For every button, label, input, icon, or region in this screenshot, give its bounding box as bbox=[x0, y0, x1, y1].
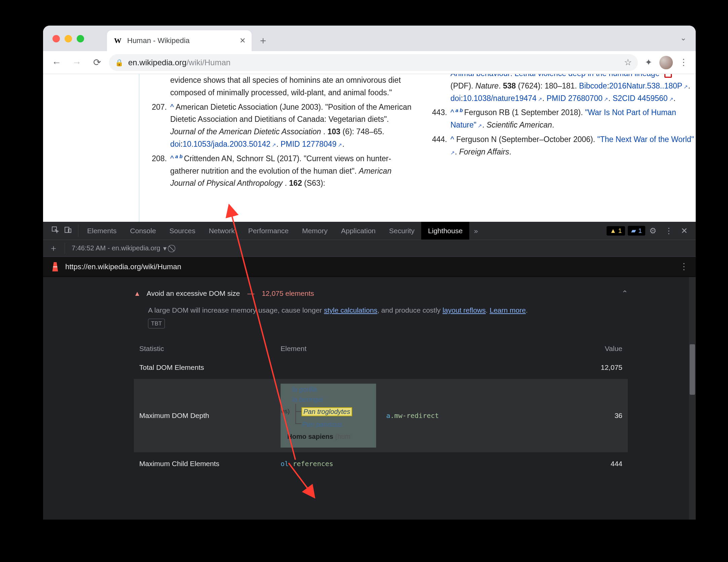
devtools-scrollbar[interactable] bbox=[689, 277, 696, 520]
warnings-count[interactable]: ▲ 1 bbox=[607, 226, 625, 236]
lighthouse-icon bbox=[50, 262, 60, 272]
devtools-tab-console[interactable]: Console bbox=[123, 222, 163, 240]
tab-close-icon[interactable]: ✕ bbox=[240, 36, 246, 45]
scrollbar-thumb[interactable] bbox=[690, 344, 695, 395]
doi-link[interactable]: doi bbox=[170, 140, 181, 148]
lighthouse-menu-icon[interactable]: ⋮ bbox=[680, 261, 688, 272]
element-selector[interactable]: ol.references bbox=[281, 460, 333, 468]
lock-icon[interactable]: 🔒 bbox=[115, 59, 123, 67]
audit-metric: 12,075 elements bbox=[262, 289, 314, 297]
s2cid-link[interactable]: S2CID bbox=[613, 94, 635, 103]
pmid-link[interactable]: PMID bbox=[547, 94, 566, 103]
reference-item: 444. ^ Ferguson N (September–October 200… bbox=[429, 133, 696, 158]
table-header: Statistic Element Value bbox=[134, 341, 628, 356]
lighthouse-url-bar: https://en.wikipedia.org/wiki/Human ⋮ bbox=[43, 257, 696, 277]
toolbar: ← → ⟳ 🔒 en.wikipedia.org/wiki/Human ☆ ✦ … bbox=[43, 51, 696, 74]
pmid-value-link[interactable]: 12778049 bbox=[302, 140, 342, 148]
devtools-settings-icon[interactable]: ⚙ bbox=[645, 222, 661, 240]
backlink-sup[interactable]: a b bbox=[174, 153, 184, 159]
audit-description: A large DOM will increase memory usage, … bbox=[127, 303, 634, 333]
report-selector[interactable]: 7:46:52 AM - en.wikipedia.org ▾ bbox=[72, 244, 167, 252]
devtools-tab-sources[interactable]: Sources bbox=[163, 222, 202, 240]
s2cid-value-link[interactable]: 4459560 bbox=[638, 94, 674, 103]
devtools-tabbar: Elements Console Sources Network Perform… bbox=[43, 222, 696, 240]
backlink-sup[interactable]: a b bbox=[454, 108, 464, 113]
link-layout-reflows[interactable]: layout reflows bbox=[442, 306, 485, 314]
doi-link[interactable]: doi bbox=[450, 94, 461, 103]
issues-count[interactable]: ▰ 1 bbox=[628, 226, 645, 236]
browser-window: W Human - Wikipedia ✕ ＋ ⌄ ← → ⟳ 🔒 en.wik… bbox=[43, 26, 696, 520]
url-host: en.wikipedia.org bbox=[128, 58, 186, 67]
browser-tab[interactable]: W Human - Wikipedia ✕ bbox=[107, 30, 252, 51]
bookmark-star-icon[interactable]: ☆ bbox=[624, 57, 632, 68]
backlink-caret[interactable]: ^ bbox=[450, 135, 454, 144]
fail-triangle-icon: ▲ bbox=[134, 290, 141, 297]
reload-button[interactable]: ⟳ bbox=[89, 55, 105, 71]
reference-item: 207. ^ American Dietetic Association (Ju… bbox=[149, 101, 415, 150]
bibcode-value-link[interactable]: 2016Natur.538..180P bbox=[609, 81, 688, 90]
tab-strip: W Human - Wikipedia ✕ ＋ ⌄ bbox=[43, 26, 696, 51]
audit-table: Statistic Element Value Total DOM Elemen… bbox=[134, 341, 628, 475]
element-selector[interactable]: a.mw-redirect bbox=[386, 412, 439, 420]
tabs-menu-icon[interactable]: ⌄ bbox=[680, 34, 686, 42]
ref-link[interactable]: Animal behaviour: Lethal violence deep i… bbox=[450, 74, 662, 78]
devtools-tab-application[interactable]: Application bbox=[334, 222, 383, 240]
reference-item: evidence shows that all species of homin… bbox=[149, 74, 415, 99]
new-tab-button[interactable]: ＋ bbox=[255, 32, 271, 48]
devtools-close-icon[interactable]: ✕ bbox=[677, 222, 692, 240]
profile-avatar[interactable] bbox=[659, 56, 673, 69]
audit-title: Avoid an excessive DOM size bbox=[147, 289, 240, 297]
tbt-badge: TBT bbox=[148, 319, 165, 328]
bibcode-link[interactable]: Bibcode bbox=[579, 81, 607, 90]
back-button[interactable]: ← bbox=[48, 55, 65, 71]
inspect-element-icon[interactable] bbox=[51, 226, 59, 236]
devtools-tab-performance[interactable]: Performance bbox=[242, 222, 295, 240]
doi-value-link[interactable]: 10.1053/jada.2003.50142 bbox=[183, 140, 276, 148]
reference-item: Animal behaviour: Lethal violence deep i… bbox=[429, 74, 696, 104]
devtools-tab-elements[interactable]: Elements bbox=[80, 222, 123, 240]
references-right-column: Animal behaviour: Lethal violence deep i… bbox=[429, 74, 696, 191]
devtools-tabs-overflow-icon[interactable]: » bbox=[469, 222, 483, 240]
window-close[interactable] bbox=[52, 35, 60, 42]
forward-button: → bbox=[69, 55, 85, 71]
link-learn-more[interactable]: Learn more bbox=[489, 306, 525, 314]
table-row: Total DOM Elements 12,075 bbox=[134, 356, 628, 379]
extensions-icon[interactable]: ✦ bbox=[642, 56, 655, 69]
url-text: en.wikipedia.org/wiki/Human bbox=[128, 58, 230, 67]
pmid-link[interactable]: PMID bbox=[281, 140, 300, 148]
url-path: /wiki/Human bbox=[186, 58, 230, 67]
window-minimize[interactable] bbox=[65, 35, 72, 42]
audit-dom-size: ▲ Avoid an excessive DOM size — 12,075 e… bbox=[127, 284, 634, 475]
pmid-value-link[interactable]: 27680700 bbox=[568, 94, 609, 103]
window-controls bbox=[52, 35, 84, 42]
chevron-up-icon: ⌃ bbox=[622, 289, 628, 298]
link-style-calculations[interactable]: style calculations bbox=[324, 306, 377, 314]
audit-header[interactable]: ▲ Avoid an excessive DOM size — 12,075 e… bbox=[127, 284, 634, 303]
tab-title: Human - Wikipedia bbox=[127, 36, 235, 45]
devtools-tab-network[interactable]: Network bbox=[202, 222, 242, 240]
devtools-tab-security[interactable]: Security bbox=[382, 222, 421, 240]
lighthouse-subbar: ＋ 7:46:52 AM - en.wikipedia.org ▾ ⃠ bbox=[43, 240, 696, 257]
chrome-menu-icon[interactable]: ⋮ bbox=[677, 56, 690, 69]
table-row: Maximum Child Elements ol.references 444 bbox=[134, 452, 628, 475]
lighthouse-body: ▲ Avoid an excessive DOM size — 12,075 e… bbox=[43, 277, 696, 520]
pdf-icon bbox=[664, 74, 672, 78]
doi-value-link[interactable]: 10.1038/nature19474 bbox=[463, 94, 542, 103]
window-maximize[interactable] bbox=[77, 35, 84, 42]
new-report-button[interactable]: ＋ bbox=[49, 242, 58, 254]
reference-item: 208. ^ a b Crittenden AN, Schnorr SL (20… bbox=[149, 152, 415, 189]
table-row: Maximum DOM Depth la gorilla la beringei… bbox=[134, 379, 628, 452]
references-left-column: evidence shows that all species of homin… bbox=[149, 74, 415, 191]
reference-item: 443. ^ a b Ferguson RB (1 September 2018… bbox=[429, 106, 696, 131]
element-thumbnail[interactable]: la gorilla la beringei es) Pan troglodyt… bbox=[281, 384, 376, 448]
page-content: evidence shows that all species of homin… bbox=[43, 74, 696, 222]
devtools-tab-memory[interactable]: Memory bbox=[295, 222, 334, 240]
devtools-panel: Elements Console Sources Network Perform… bbox=[43, 222, 696, 520]
wikipedia-favicon: W bbox=[113, 36, 122, 45]
lighthouse-url: https://en.wikipedia.org/wiki/Human bbox=[65, 262, 181, 271]
devtools-menu-icon[interactable]: ⋮ bbox=[661, 222, 677, 240]
devtools-tab-lighthouse[interactable]: Lighthouse bbox=[421, 222, 469, 240]
address-bar[interactable]: 🔒 en.wikipedia.org/wiki/Human ☆ bbox=[109, 54, 638, 71]
device-toolbar-icon[interactable] bbox=[64, 226, 72, 236]
backlink-caret[interactable]: ^ bbox=[170, 103, 174, 111]
